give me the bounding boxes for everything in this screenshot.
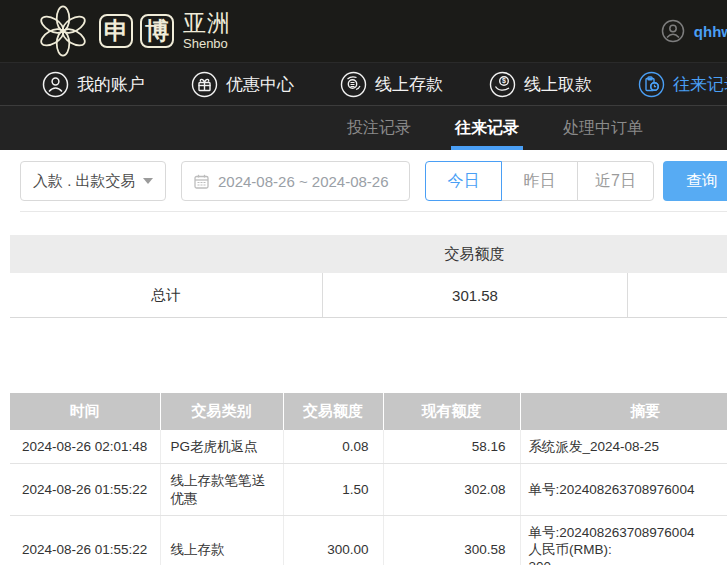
- search-button[interactable]: 查询: [663, 161, 727, 201]
- records-icon: [638, 71, 665, 98]
- cell-summary: 单号:202408263708976004 人民币(RMB): 300: [520, 515, 727, 565]
- transaction-type-value: 入款 . 出款交易: [33, 172, 136, 191]
- col-summary: 摘要: [520, 393, 727, 430]
- nav-label: 往来记录: [673, 73, 727, 96]
- summary-amount-header: 交易额度: [322, 245, 627, 264]
- last7days-button[interactable]: 近7日: [577, 161, 654, 201]
- table-row: 2024-08-26 01:55:22 线上存款笔笔送优惠 1.50 302.0…: [10, 464, 727, 516]
- cell-balance: 300.58: [383, 515, 520, 565]
- date-range-input[interactable]: 2024-08-26 ~ 2024-08-26: [181, 161, 410, 201]
- cell-type: 线上存款笔笔送优惠: [160, 464, 283, 516]
- cell-amount: 0.08: [283, 430, 383, 464]
- date-range-value: 2024-08-26 ~ 2024-08-26: [218, 173, 389, 190]
- filter-bar: 入款 . 出款交易 2024-08-26 ~ 2024-08-26 今日 昨日 …: [0, 150, 727, 212]
- cell-balance: 302.08: [383, 464, 520, 516]
- flower-logo-icon: [34, 2, 92, 60]
- nav-item-my-account[interactable]: 我的账户: [42, 71, 145, 98]
- today-button[interactable]: 今日: [425, 161, 502, 201]
- nav-item-withdraw[interactable]: $ 线上取款: [489, 71, 592, 98]
- summary-total-label: 总计: [10, 286, 322, 305]
- table-row: 2024-08-26 02:01:48 PG老虎机返点 0.08 58.16 系…: [10, 430, 727, 464]
- cell-summary: 单号:202408263708976004: [520, 464, 727, 516]
- logo[interactable]: 申 博 亚洲 Shenbo: [34, 2, 231, 60]
- cell-type: 线上存款: [160, 515, 283, 565]
- summary-total-row: 总计 301.58: [10, 273, 727, 318]
- nav-label: 优惠中心: [226, 73, 294, 96]
- col-balance: 现有额度: [383, 393, 520, 430]
- records-table: 时间 交易类别 交易额度 现有额度 摘要 2024-08-26 02:01:48…: [10, 393, 727, 565]
- summary-table: 交易额度 总计 301.58: [10, 235, 727, 318]
- summary-total-value: 301.58: [322, 273, 627, 317]
- page: 申 博 亚洲 Shenbo qhhw: [0, 0, 727, 565]
- cell-time: 2024-08-26 01:55:22: [10, 464, 160, 516]
- transaction-type-select[interactable]: 入款 . 出款交易: [20, 161, 166, 201]
- user-icon: [42, 71, 69, 98]
- chevron-down-icon: [143, 178, 153, 184]
- records-header-row: 时间 交易类别 交易额度 现有额度 摘要: [10, 393, 727, 430]
- cell-time: 2024-08-26 01:55:22: [10, 515, 160, 565]
- logo-char-bo: 博: [140, 14, 174, 48]
- calendar-icon: [193, 173, 210, 190]
- summary-header-row: 交易额度: [10, 235, 727, 273]
- nav-item-deposit[interactable]: 线上存款: [340, 71, 443, 98]
- col-amount: 交易额度: [283, 393, 383, 430]
- tab-betting-records[interactable]: 投注记录: [343, 106, 415, 150]
- sub-nav: 投注记录 往来记录 处理中订单: [0, 105, 727, 150]
- table-row: 2024-08-26 01:55:22 线上存款 300.00 300.58 单…: [10, 515, 727, 565]
- logo-region-en: Shenbo: [183, 37, 231, 50]
- tab-pending-orders[interactable]: 处理中订单: [559, 106, 647, 150]
- cell-type: PG老虎机返点: [160, 430, 283, 464]
- cell-balance: 58.16: [383, 430, 520, 464]
- brand-bar: 申 博 亚洲 Shenbo qhhw: [0, 0, 727, 62]
- gift-icon: [191, 71, 218, 98]
- svg-text:$: $: [502, 77, 506, 85]
- cell-summary: 系统派发_2024-08-25: [520, 430, 727, 464]
- cell-amount: 1.50: [283, 464, 383, 516]
- nav-label: 线上取款: [524, 73, 592, 96]
- logo-char-shen: 申: [99, 14, 133, 48]
- col-type: 交易类别: [160, 393, 283, 430]
- cell-time: 2024-08-26 02:01:48: [10, 430, 160, 464]
- col-time: 时间: [10, 393, 160, 430]
- user-area[interactable]: qhhw: [661, 19, 727, 43]
- nav-item-records[interactable]: 往来记录: [638, 71, 727, 98]
- quick-range-group: 今日 昨日 近7日: [425, 161, 654, 201]
- main-nav: 我的账户 优惠中心: [0, 62, 727, 105]
- nav-label: 我的账户: [77, 73, 145, 96]
- nav-item-promotions[interactable]: 优惠中心: [191, 71, 294, 98]
- avatar-icon: [661, 19, 685, 43]
- username[interactable]: qhhw: [694, 23, 727, 40]
- yesterday-button[interactable]: 昨日: [501, 161, 578, 201]
- tab-transaction-records[interactable]: 往来记录: [451, 106, 523, 150]
- nav-label: 线上存款: [375, 73, 443, 96]
- logo-region: 亚洲 Shenbo: [183, 12, 231, 50]
- withdraw-icon: $: [489, 71, 516, 98]
- deposit-icon: [340, 71, 367, 98]
- cell-amount: 300.00: [283, 515, 383, 565]
- filter-divider: [20, 211, 727, 212]
- logo-region-cn: 亚洲: [183, 12, 231, 35]
